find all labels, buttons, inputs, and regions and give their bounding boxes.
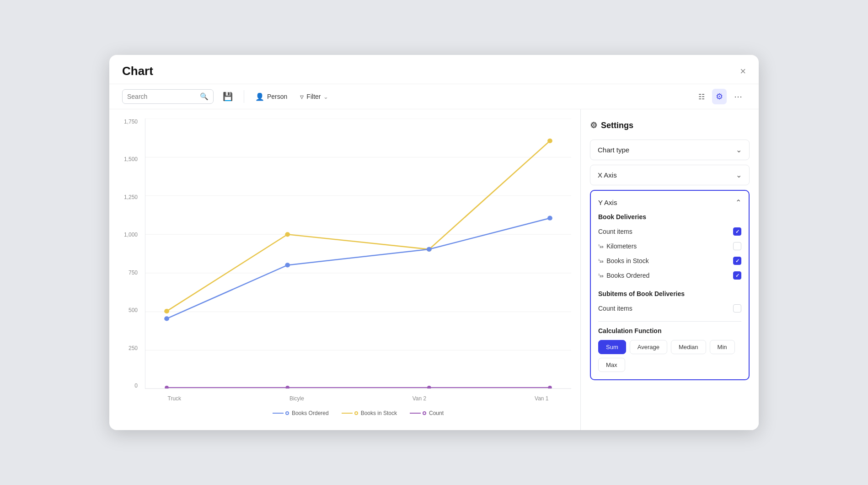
page-title: Chart [122,64,153,78]
y-label-750: 750 [129,269,138,276]
title-bar: Chart × [109,55,759,84]
subitems-title: Subitems of Book Deliveries [598,290,741,297]
chart-type-dropdown[interactable]: Chart type ⌄ [590,140,750,160]
x-label-bicyle: Bicyle [289,395,304,402]
x-axis-labels: Truck Bicyle Van 2 Van 1 [145,395,571,402]
calc-btn-average[interactable]: Average [630,340,667,354]
y-label-1500: 1,500 [124,156,138,162]
settings-title: Settings [601,121,633,130]
books-ordered-num-icon: ¹₂₃ [598,273,603,279]
chart-legend: Books Ordered Books in Stock [145,410,571,416]
count-point-3 [548,386,552,388]
settings-gear-icon: ⚙ [590,120,597,130]
y-axis-header[interactable]: Y Axis ⌃ [598,198,741,207]
settings-button[interactable]: ⚙ [712,89,727,104]
books-ordered-checkbox[interactable] [733,271,741,280]
save-button[interactable]: 💾 [219,89,236,104]
filter-icon: ▿ [300,92,304,101]
search-box[interactable]: 🔍 [122,89,214,104]
count-point-0 [165,386,169,388]
y-label-1000: 1,000 [124,232,138,238]
calc-btn-median[interactable]: Median [671,340,706,354]
subitems-count-checkbox[interactable] [733,304,741,313]
layout-button[interactable]: ☷ [695,90,708,104]
y-label-500: 500 [129,307,138,313]
books-in-stock-point-3 [547,139,552,143]
main-content: 1,750 1,500 1,250 1,000 750 500 250 0 [109,109,759,430]
kilometers-num-icon: ¹₂₃ [598,243,603,249]
kilometers-row: ¹₂₃ Kilometers [598,239,741,253]
x-label-van2: Van 2 [413,395,426,402]
subitems-count-row: Count items [598,301,741,316]
chart-area: 1,750 1,500 1,250 1,000 750 500 250 0 [109,109,580,430]
subitems-count-label: Count items [598,305,632,312]
calc-btn-max[interactable]: Max [598,358,625,372]
books-ordered-point-3 [547,216,552,221]
x-axis-chevron: ⌄ [736,171,742,179]
kilometers-label: Kilometers [606,242,637,250]
books-ordered-row: ¹₂₃ Books Ordered [598,268,741,283]
person-label: Person [267,93,287,100]
legend-label-count: Count [429,410,444,416]
books-in-stock-num-icon: ¹₂₃ [598,258,603,264]
books-in-stock-label: Books in Stock [606,257,649,264]
x-label-van1: Van 1 [535,395,548,402]
toolbar-divider [244,90,244,103]
books-in-stock-point-0 [164,309,169,313]
chevron-icon: ⌄ [323,93,328,100]
chart-svg [145,119,571,388]
books-in-stock-checkbox[interactable] [733,257,741,265]
chart-type-chevron: ⌄ [736,146,742,154]
y-label-1750: 1,750 [124,119,138,125]
chart-container: 1,750 1,500 1,250 1,000 750 500 250 0 [118,119,571,416]
main-window: Chart × 🔍 💾 👤 Person ▿ Filter ⌄ ☷ ⚙ ⋯ [109,55,759,430]
legend-label-books-in-stock: Books in Stock [361,410,397,416]
count-items-row: Count items [598,224,741,239]
books-in-stock-line [167,141,550,311]
kilometers-checkbox[interactable] [733,242,741,250]
toolbar: 🔍 💾 👤 Person ▿ Filter ⌄ ☷ ⚙ ⋯ [109,84,759,109]
y-label-1250: 1,250 [124,194,138,200]
search-icon: 🔍 [200,92,209,101]
chart-plot [145,119,571,389]
book-deliveries-title: Book Deliveries [598,213,741,221]
legend-dot-books-ordered [285,411,289,415]
count-point-2 [427,386,431,388]
x-label-truck: Truck [168,395,182,402]
count-point-1 [285,386,289,388]
y-label-0: 0 [134,383,138,389]
legend-dot-books-in-stock [354,411,358,415]
legend-label-books-ordered: Books Ordered [292,410,329,416]
calc-buttons: Sum Average Median Min Max [598,340,741,372]
filter-label: Filter [306,93,321,100]
legend-books-ordered: Books Ordered [273,410,329,416]
search-input[interactable] [127,93,196,100]
books-in-stock-point-1 [285,232,290,237]
books-ordered-point-2 [427,247,432,252]
books-in-stock-row: ¹₂₃ Books in Stock [598,253,741,268]
settings-header: ⚙ Settings [590,120,750,130]
y-label-250: 250 [129,345,138,351]
calc-btn-min[interactable]: Min [710,340,735,354]
y-axis-section: Y Axis ⌃ Book Deliveries Count items ¹₂₃ [590,190,750,380]
calc-btn-sum[interactable]: Sum [598,340,626,354]
close-button[interactable]: × [740,66,746,76]
chart-type-label: Chart type [598,146,629,154]
count-items-checkbox[interactable] [733,227,741,236]
books-ordered-point-0 [164,316,169,321]
books-ordered-label: Books Ordered [606,272,649,279]
x-axis-label: X Axis [598,171,617,179]
y-axis-labels: 1,750 1,500 1,250 1,000 750 500 250 0 [118,119,141,389]
legend-books-in-stock: Books in Stock [342,410,397,416]
filter-button[interactable]: ▿ Filter ⌄ [296,90,332,103]
legend-line-books-ordered [273,413,284,414]
toolbar-right: ☷ ⚙ ⋯ [695,89,746,104]
x-axis-dropdown[interactable]: X Axis ⌄ [590,165,750,185]
legend-count: Count [410,410,444,416]
person-button[interactable]: 👤 Person [252,90,291,103]
legend-line-count [410,413,421,414]
more-button[interactable]: ⋯ [730,89,746,104]
count-items-label: Count items [598,228,632,235]
calc-section-title: Calculation Function [598,327,741,334]
books-ordered-line [167,218,550,319]
